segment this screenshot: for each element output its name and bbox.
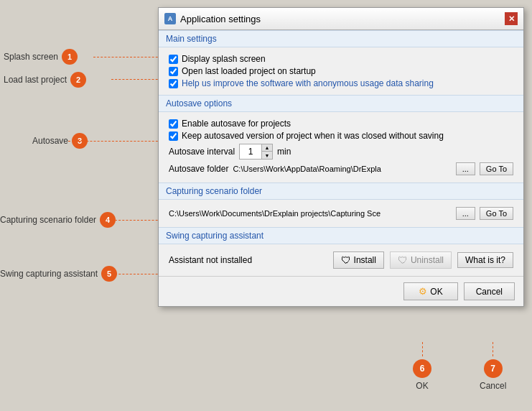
autosave-interval-spinbox[interactable]: ▲ ▼ bbox=[239, 144, 273, 160]
autosave-header: Autosave options bbox=[159, 95, 523, 112]
bottom-annotation-6: 6 OK bbox=[413, 342, 431, 391]
annotation-5: Swing capturing assistant 5 bbox=[0, 266, 117, 282]
dialog-close-button[interactable]: ✕ bbox=[505, 12, 518, 25]
ok-icon: ⚙ bbox=[419, 286, 427, 297]
keep-autosave-label: Keep autosaved version of project when i… bbox=[182, 131, 444, 141]
autosave-folder-path: C:\Users\Work\AppData\Roaming\DrExpla bbox=[233, 165, 451, 173]
bottom-badge-6: 6 bbox=[413, 359, 431, 378]
dashed-line-1 bbox=[93, 57, 165, 57]
cancel-button[interactable]: Cancel bbox=[464, 282, 515, 300]
autosave-folder-label: Autosave folder bbox=[169, 164, 228, 174]
capturing-folder-content: C:\Users\Work\Documents\DrExplain projec… bbox=[159, 200, 523, 227]
capturing-folder-row: C:\Users\Work\Documents\DrExplain projec… bbox=[169, 207, 513, 220]
autosave-folder-browse-button[interactable]: ... bbox=[456, 162, 475, 175]
ok-button[interactable]: ⚙ OK bbox=[403, 282, 457, 300]
autosave-interval-row: Autosave interval ▲ ▼ min bbox=[169, 144, 513, 160]
annotation-badge-4: 4 bbox=[100, 212, 116, 228]
swing-assistant-content: Assistant not installed 🛡 Install 🛡 Unin… bbox=[159, 244, 523, 276]
enable-autosave-row: Enable autosave for projects bbox=[169, 119, 513, 129]
last-project-checkbox[interactable] bbox=[169, 67, 178, 76]
spinbox-down-button[interactable]: ▼ bbox=[262, 152, 272, 159]
bottom-label-7: Cancel bbox=[480, 381, 506, 391]
enable-autosave-checkbox[interactable] bbox=[169, 119, 178, 129]
autosave-interval-unit: min bbox=[277, 147, 291, 157]
annotation-badge-1: 1 bbox=[62, 49, 78, 65]
dashed-line-2 bbox=[111, 79, 165, 80]
assistant-row: Assistant not installed 🛡 Install 🛡 Unin… bbox=[169, 249, 513, 272]
annotation-2: Load last project 2 bbox=[4, 72, 86, 88]
annotation-label-3: Autosave bbox=[32, 136, 68, 146]
annotation-1: Splash screen 1 bbox=[4, 49, 78, 65]
application-settings-dialog: A Application settings ✕ Main settings D… bbox=[158, 7, 524, 307]
dashed-line-5 bbox=[111, 274, 165, 274]
splash-screen-checkbox[interactable] bbox=[169, 55, 178, 64]
dialog-body: Main settings Display splash screen Open… bbox=[159, 30, 523, 306]
install-button[interactable]: 🛡 Install bbox=[333, 251, 384, 269]
ok-label: OK bbox=[430, 287, 442, 297]
dialog-title: Application settings bbox=[180, 14, 500, 24]
autosave-interval-input[interactable] bbox=[240, 144, 261, 159]
bottom-annotation-7: 7 Cancel bbox=[480, 342, 506, 391]
last-project-row: Open last loaded project on startup bbox=[169, 66, 513, 76]
install-icon: 🛡 bbox=[341, 254, 351, 266]
anonymous-data-label: Help us improve the software with anonym… bbox=[182, 78, 434, 88]
keep-autosave-row: Keep autosaved version of project when i… bbox=[169, 131, 513, 141]
autosave-interval-label: Autosave interval bbox=[169, 147, 235, 157]
bottom-dashed-line-7 bbox=[493, 342, 493, 356]
dialog-footer: ⚙ OK Cancel bbox=[159, 276, 523, 306]
dialog-title-icon: A bbox=[164, 13, 176, 24]
last-project-label: Open last loaded project on startup bbox=[182, 66, 316, 76]
annotation-label-2: Load last project bbox=[4, 75, 67, 85]
autosave-content: Enable autosave for projects Keep autosa… bbox=[159, 112, 523, 183]
assistant-status: Assistant not installed bbox=[169, 255, 327, 265]
spinbox-up-button[interactable]: ▲ bbox=[262, 144, 272, 152]
dialog-titlebar: A Application settings ✕ bbox=[159, 8, 523, 30]
uninstall-label: Uninstall bbox=[411, 255, 444, 265]
anonymous-data-row: Help us improve the software with anonym… bbox=[169, 78, 513, 88]
capturing-folder-goto-button[interactable]: Go To bbox=[480, 207, 513, 220]
dashed-line-3 bbox=[68, 141, 165, 142]
uninstall-button[interactable]: 🛡 Uninstall bbox=[390, 251, 452, 269]
spinbox-buttons: ▲ ▼ bbox=[261, 144, 272, 159]
bottom-badge-7: 7 bbox=[484, 359, 503, 378]
keep-autosave-checkbox[interactable] bbox=[169, 131, 178, 141]
annotation-4: Capturing scenario folder 4 bbox=[0, 212, 116, 228]
install-label: Install bbox=[354, 255, 376, 265]
main-settings-content: Display splash screen Open last loaded p… bbox=[159, 47, 523, 95]
swing-assistant-header: Swing capturing assistant bbox=[159, 227, 523, 244]
anonymous-data-checkbox[interactable] bbox=[169, 79, 178, 88]
splash-screen-row: Display splash screen bbox=[169, 54, 513, 64]
annotation-badge-2: 2 bbox=[70, 72, 86, 88]
capturing-folder-path: C:\Users\Work\Documents\DrExplain projec… bbox=[169, 209, 452, 218]
enable-autosave-label: Enable autosave for projects bbox=[182, 119, 291, 129]
annotation-label-5: Swing capturing assistant bbox=[0, 269, 98, 279]
whatisit-button[interactable]: What is it? bbox=[457, 252, 513, 268]
annotation-label-4: Capturing scenario folder bbox=[0, 215, 96, 225]
uninstall-icon: 🛡 bbox=[398, 254, 408, 266]
autosave-folder-row: Autosave folder C:\Users\Work\AppData\Ro… bbox=[169, 162, 513, 175]
bottom-label-6: OK bbox=[416, 381, 428, 391]
annotation-label-1: Splash screen bbox=[4, 52, 58, 62]
splash-screen-label: Display splash screen bbox=[182, 54, 266, 64]
bottom-dashed-line-6 bbox=[422, 342, 423, 356]
autosave-folder-goto-button[interactable]: Go To bbox=[480, 162, 513, 175]
capturing-folder-browse-button[interactable]: ... bbox=[456, 207, 475, 220]
capturing-folder-header: Capturing scenario folder bbox=[159, 183, 523, 200]
main-settings-header: Main settings bbox=[159, 30, 523, 47]
